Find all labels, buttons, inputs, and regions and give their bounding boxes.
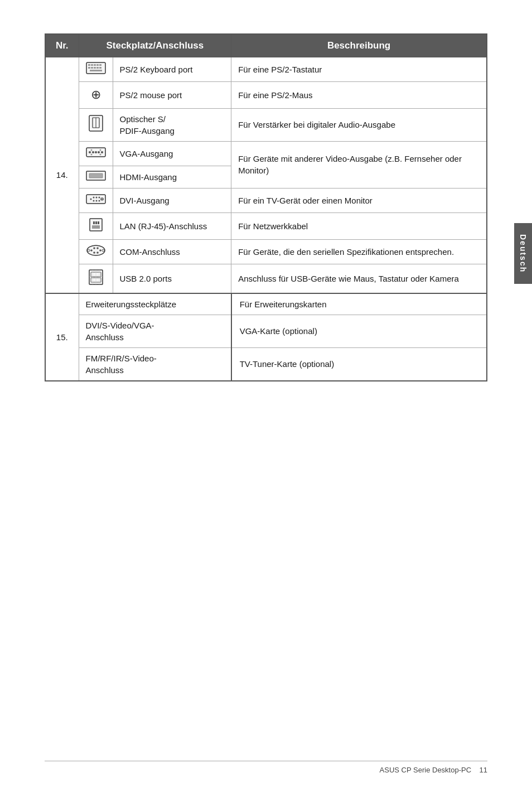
svg-rect-11 [90, 70, 102, 71]
svg-point-32 [95, 200, 97, 201]
svg-point-43 [90, 249, 93, 252]
table-row: ⊕ PS/2 mouse port Für eine PS/2-Maus [45, 82, 487, 109]
label-fm: FM/RF/IR/S-Video-Anschluss [79, 347, 231, 381]
svg-point-20 [101, 151, 103, 153]
table-row: DVI-Ausgang Für ein TV-Gerät oder einen … [45, 188, 487, 212]
label-dvi-vga: DVI/S-Video/VGA-Anschluss [79, 315, 231, 347]
vga-icon [86, 146, 106, 158]
desc-fm: TV-Tuner-Karte (optional) [231, 347, 487, 381]
desc-vga-hdmi: Für Geräte mit anderer Video-Ausgabe (z.… [231, 141, 487, 188]
header-nr: Nr. [45, 34, 79, 57]
page-container: Nr. Steckplatz/Anschluss Beschreibung 14… [0, 0, 532, 802]
label-mouse: PS/2 mouse port [113, 82, 231, 109]
side-language-tab: Deutsch [514, 223, 532, 284]
footer-divider [45, 761, 487, 761]
table-row: 14. [45, 57, 487, 82]
svg-point-22 [99, 149, 101, 151]
icon-cell-vga [79, 141, 113, 166]
footer: ASUS CP Serie Desktop-PC 11 [0, 761, 532, 774]
svg-rect-37 [90, 219, 102, 231]
desc-optical: Für Verstärker bei digitaler Audio-Ausga… [231, 108, 487, 141]
svg-point-16 [89, 151, 91, 153]
desc-dvi-vga: VGA-Karte (optional) [231, 315, 487, 347]
icon-cell-mouse: ⊕ [79, 82, 113, 109]
usb-icon [88, 269, 104, 286]
svg-point-23 [90, 153, 92, 155]
svg-point-30 [93, 200, 94, 201]
optical-icon [88, 115, 104, 132]
svg-point-50 [102, 249, 104, 252]
nr-cell-14: 14. [45, 57, 79, 293]
desc-dvi: Für ein TV-Gerät oder einen Monitor [231, 188, 487, 212]
svg-rect-4 [96, 64, 99, 66]
svg-rect-10 [99, 67, 101, 69]
icon-cell-usb [79, 264, 113, 293]
svg-rect-41 [98, 221, 99, 224]
svg-rect-3 [94, 64, 96, 66]
keyboard-icon [86, 62, 106, 74]
main-table: Nr. Steckplatz/Anschluss Beschreibung 14… [45, 33, 487, 381]
label-optical: Optischer S/PDIF-Ausgang [113, 108, 231, 141]
table-row: VGA-Ausgang Für Geräte mit anderer Video… [45, 141, 487, 166]
svg-rect-40 [95, 221, 97, 224]
svg-rect-5 [99, 64, 101, 66]
label-erweiterung: Erweiterungssteckplätze [79, 293, 231, 315]
table-row-15-dvi: DVI/S-Video/VGA-Anschluss VGA-Karte (opt… [45, 315, 487, 347]
table-row-15-erweiterung: 15. Erweiterungssteckplätze Für Erweiter… [45, 293, 487, 315]
svg-rect-2 [91, 64, 93, 66]
desc-lan: Für Netzwerkkabel [231, 212, 487, 239]
svg-point-47 [96, 252, 99, 254]
svg-point-45 [93, 252, 95, 254]
hdmi-icon [86, 171, 106, 181]
svg-point-21 [90, 149, 92, 151]
header-steckplatz: Steckplatz/Anschluss [79, 34, 231, 57]
svg-point-46 [96, 247, 99, 249]
label-com: COM-Anschluss [113, 239, 231, 264]
desc-usb: Anschluss für USB-Geräte wie Maus, Tasta… [231, 264, 487, 293]
desc-mouse: Für eine PS/2-Maus [231, 82, 487, 109]
table-row: COM-Anschluss Für Geräte, die den seriel… [45, 239, 487, 264]
footer-product: ASUS CP Serie Desktop-PC [380, 766, 472, 774]
footer-text: ASUS CP Serie Desktop-PC 11 [45, 766, 487, 774]
icon-cell-dvi [79, 188, 113, 212]
table-row-15-fm: FM/RF/IR/S-Video-Anschluss TV-Tuner-Kart… [45, 347, 487, 381]
icon-cell-com [79, 239, 113, 264]
svg-rect-7 [91, 67, 93, 69]
svg-point-19 [98, 151, 100, 153]
desc-keyboard: Für eine PS/2-Tastatur [231, 57, 487, 82]
svg-point-24 [99, 153, 101, 155]
table-row: Optischer S/PDIF-Ausgang Für Verstärker … [45, 108, 487, 141]
svg-rect-6 [88, 67, 90, 69]
svg-point-28 [90, 198, 91, 200]
svg-point-18 [95, 151, 97, 153]
table-row: LAN (RJ-45)-Anschluss Für Netzwerkkabel [45, 212, 487, 239]
mouse-icon: ⊕ [91, 88, 101, 102]
svg-rect-26 [89, 173, 103, 178]
footer-page: 11 [480, 766, 487, 774]
svg-rect-38 [92, 225, 100, 229]
svg-rect-8 [94, 67, 96, 69]
svg-point-17 [92, 151, 94, 153]
lan-icon [89, 218, 103, 232]
svg-point-49 [88, 249, 90, 252]
icon-cell-optical [79, 108, 113, 141]
svg-point-29 [93, 196, 94, 198]
icon-cell-keyboard [79, 57, 113, 82]
desc-com: Für Geräte, die den seriellen Spezifikat… [231, 239, 487, 264]
label-usb: USB 2.0 ports [113, 264, 231, 293]
header-beschreibung: Beschreibung [231, 34, 487, 57]
dvi-icon [86, 193, 106, 205]
label-lan: LAN (RJ-45)-Anschluss [113, 212, 231, 239]
svg-point-31 [95, 196, 97, 198]
desc-erweiterung: Für Erweiterungskarten [231, 293, 487, 315]
label-vga: VGA-Ausgang [113, 141, 231, 166]
com-icon [86, 244, 106, 257]
label-dvi: DVI-Ausgang [113, 188, 231, 212]
svg-point-33 [98, 196, 100, 198]
svg-rect-39 [93, 221, 95, 224]
label-hdmi: HDMI-Ausgang [113, 166, 231, 188]
table-row: USB 2.0 ports Anschluss für USB-Geräte w… [45, 264, 487, 293]
svg-rect-1 [88, 64, 90, 66]
label-keyboard: PS/2 Keyboard port [113, 57, 231, 82]
svg-point-44 [93, 247, 95, 249]
